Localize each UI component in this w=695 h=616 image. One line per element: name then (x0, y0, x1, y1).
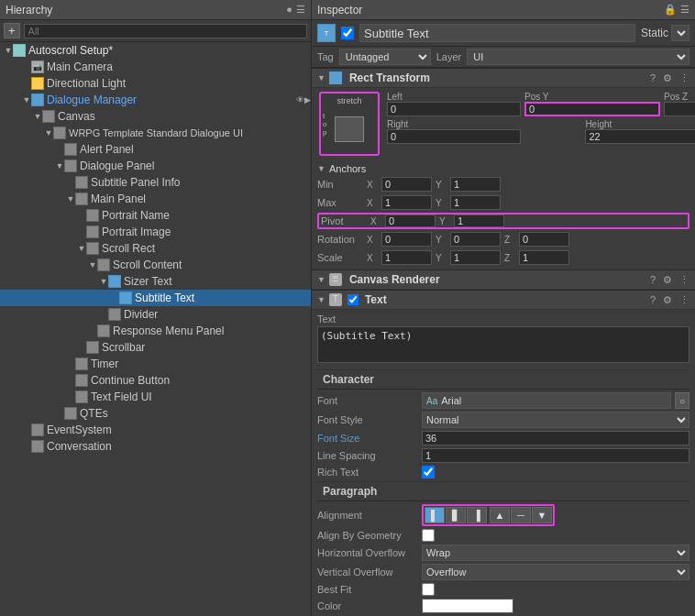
text-textarea[interactable] (317, 326, 689, 363)
inspector-header-icons: 🔒 ☰ (664, 4, 689, 16)
object-active-checkbox[interactable] (341, 27, 354, 39)
tree-item-scrollbar[interactable]: Scrollbar (0, 339, 311, 356)
font-style-select[interactable]: Normal (422, 412, 689, 428)
add-hierarchy-button[interactable]: + (4, 23, 20, 38)
rect-transform-fields: Left Pos Y Pos Z Right (387, 92, 695, 147)
tree-item-text-field-ui[interactable]: Text Field UI (0, 389, 311, 405)
tree-item-dialogue-manager[interactable]: ▼ Dialogue Manager 👁 ▶ (0, 92, 311, 108)
pivot-y[interactable] (454, 214, 504, 227)
tree-item-autoscroll[interactable]: ▼ Autoscroll Setup* (0, 42, 311, 59)
overflow-menu-icon[interactable]: ⋮ (679, 72, 689, 84)
lock-icon[interactable]: ● (286, 4, 292, 16)
tree-item-wrpg[interactable]: ▼ WRPG Template Standard Dialogue UI (0, 125, 311, 141)
scale-row: Scale X Y Z (317, 249, 689, 266)
align-left-button[interactable]: ▌ (425, 507, 445, 523)
tag-select[interactable]: Untagged (339, 49, 431, 65)
text-settings-icon[interactable]: ⚙ (663, 294, 672, 306)
anchor-min-x[interactable] (381, 177, 432, 192)
height-input[interactable] (585, 129, 695, 144)
text-enabled-checkbox[interactable] (348, 294, 359, 305)
color-swatch[interactable] (422, 599, 513, 613)
tree-label: EventSystem (47, 424, 112, 436)
line-spacing-label: Line Spacing (317, 450, 418, 461)
rich-text-checkbox[interactable] (422, 466, 435, 478)
tree-item-continue-button[interactable]: Continue Button (0, 372, 311, 389)
tree-item-dialogue-panel[interactable]: ▼ Dialogue Panel (0, 158, 311, 174)
help-icon[interactable]: ? (650, 72, 656, 83)
canvas-renderer-section-header[interactable]: ▼ ☰ Canvas Renderer ? ⚙ ⋮ (312, 270, 695, 290)
stretch-widget[interactable]: stretch top (319, 92, 380, 156)
tree-item-timer[interactable]: Timer (0, 356, 311, 372)
left-input[interactable] (387, 102, 521, 116)
scale-z[interactable] (519, 250, 569, 265)
rotation-label: Rotation (317, 234, 363, 245)
rect-transform-section-header[interactable]: ▼ Rect Transform ? ⚙ ⋮ (312, 68, 695, 88)
tree-item-qtes[interactable]: QTEs (0, 405, 311, 422)
tree-item-alert-panel[interactable]: Alert Panel (0, 141, 311, 158)
rot-y[interactable] (450, 232, 501, 247)
align-right-button[interactable]: ▐ (467, 507, 487, 523)
hierarchy-search-input[interactable] (24, 24, 307, 38)
menu-icon[interactable]: ☰ (296, 4, 305, 16)
settings-icon[interactable]: ⚙ (663, 72, 672, 84)
hierarchy-title: Hierarchy (6, 4, 52, 16)
rot-x[interactable] (381, 232, 432, 247)
object-name-input[interactable] (359, 24, 635, 42)
align-center-button[interactable]: ▋ (446, 507, 466, 523)
expand-icon[interactable]: ▶ (304, 95, 311, 104)
tree-item-portrait-image[interactable]: Portrait Image (0, 224, 311, 240)
font-select-button[interactable]: ○ (675, 392, 689, 409)
tree-item-scroll-content[interactable]: ▼ Scroll Content (0, 257, 311, 273)
anchor-max-y[interactable] (450, 195, 501, 210)
tree-item-main-camera[interactable]: 📷 Main Camera (0, 59, 311, 75)
tree-item-scroll-rect[interactable]: ▼ Scroll Rect (0, 240, 311, 257)
align-middle-button[interactable]: ─ (511, 507, 531, 523)
v-overflow-select[interactable]: Overflow (422, 564, 689, 580)
pos-y-input[interactable] (524, 102, 660, 116)
rot-z[interactable] (519, 232, 569, 247)
tree-label: Portrait Name (102, 209, 170, 222)
lock-icon[interactable]: 🔒 (664, 4, 677, 16)
tree-item-subtitle-panel-info[interactable]: Subtitle Panel Info (0, 174, 311, 191)
eye-icon[interactable]: 👁 (296, 95, 304, 104)
tree-item-directional-light[interactable]: Directional Light (0, 75, 311, 92)
canvas-renderer-overflow-icon[interactable]: ⋮ (679, 274, 689, 286)
canvas-renderer-help-icon[interactable]: ? (650, 274, 656, 285)
h-overflow-select[interactable]: Wrap (422, 544, 689, 561)
right-input[interactable] (387, 129, 521, 144)
line-spacing-input[interactable] (422, 448, 689, 463)
pos-z-input[interactable] (664, 102, 695, 116)
text-overflow-icon[interactable]: ⋮ (679, 294, 689, 306)
anchors-header[interactable]: ▼ Anchors (317, 161, 689, 176)
layer-select[interactable]: UI (467, 49, 689, 65)
align-bottom-button[interactable]: ▼ (532, 507, 552, 523)
tree-item-response-menu-panel[interactable]: Response Menu Panel (0, 323, 311, 339)
tree-item-event-system[interactable]: EventSystem (0, 422, 311, 438)
align-top-button[interactable]: ▲ (490, 507, 510, 523)
tree-item-subtitle-text[interactable]: Subtitle Text (0, 290, 311, 306)
scale-y[interactable] (450, 250, 501, 265)
tree-item-canvas[interactable]: ▼ Canvas (0, 108, 311, 125)
pivot-x[interactable] (385, 214, 436, 227)
scale-x[interactable] (381, 250, 432, 265)
hierarchy-panel: Hierarchy ● ☰ + ▼ Autoscroll Setup* 📷 Ma… (0, 0, 312, 616)
tree-item-divider[interactable]: Divider (0, 306, 311, 323)
font-asset-field[interactable]: Aa Arial (422, 392, 671, 409)
canvas-renderer-settings-icon[interactable]: ⚙ (663, 274, 672, 286)
anchor-min-y[interactable] (450, 177, 501, 192)
stretch-top-label: stretch (336, 96, 361, 105)
menu-icon[interactable]: ☰ (680, 4, 689, 16)
tree-item-portrait-name[interactable]: Portrait Name (0, 207, 311, 224)
alignment-buttons: ▌ ▋ ▐ ▲ ─ ▼ (422, 504, 555, 526)
align-by-geometry-checkbox[interactable] (422, 529, 435, 542)
static-dropdown[interactable] (671, 25, 689, 41)
font-size-input[interactable] (422, 431, 689, 446)
font-size-row: Font Size (317, 431, 689, 446)
text-help-icon[interactable]: ? (650, 294, 656, 305)
anchor-max-x[interactable] (381, 195, 432, 210)
best-fit-checkbox[interactable] (422, 583, 435, 596)
text-section-header[interactable]: ▼ T Text ? ⚙ ⋮ (312, 290, 695, 310)
tree-item-sizer-text[interactable]: ▼ Sizer Text (0, 273, 311, 290)
tree-item-main-panel[interactable]: ▼ Main Panel (0, 191, 311, 207)
tree-item-conversation[interactable]: Conversation (0, 438, 311, 455)
